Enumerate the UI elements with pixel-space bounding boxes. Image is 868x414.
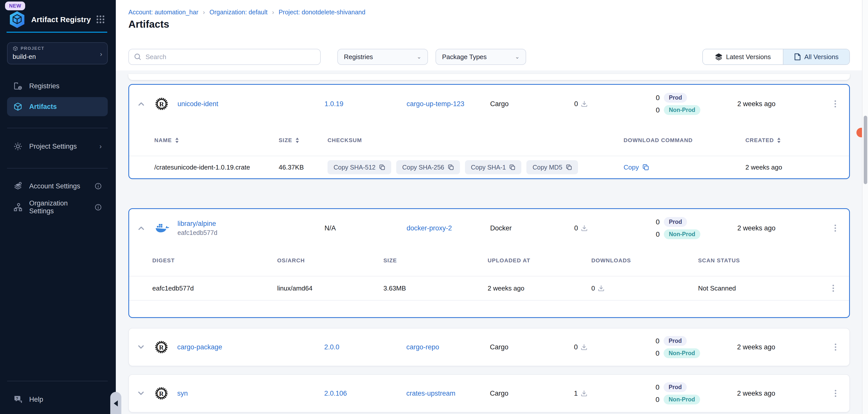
sort-icon[interactable]	[295, 138, 299, 143]
artifact-row[interactable]: R unicode-ident 1.0.19 cargo-up-temp-123…	[129, 85, 849, 123]
sort-icon[interactable]	[777, 138, 781, 143]
chevron-up-icon[interactable]	[135, 222, 147, 234]
os-arch: linux/amd64	[277, 284, 383, 292]
sidebar-item-registries[interactable]: Registries	[7, 76, 108, 96]
registries-dropdown-label: Registries	[344, 53, 373, 61]
breadcrumb-org-link[interactable]: Organization: default	[210, 8, 268, 16]
artifact-registry-app: NEW Artifact Registry	[0, 0, 868, 414]
sidebar-item-label: Registries	[29, 82, 59, 90]
prod-badge: Prod	[664, 93, 687, 103]
artifact-registry-link[interactable]: crates-upstream	[406, 390, 456, 397]
svg-text:R: R	[159, 390, 164, 398]
breadcrumb-account-link[interactable]: Account: automation_har	[128, 8, 198, 16]
prod-badge: Prod	[664, 217, 687, 227]
nonprod-badge: Non-Prod	[664, 230, 700, 239]
copy-download-command-button[interactable]: Copy	[624, 164, 649, 171]
chevron-right-icon: ›	[203, 9, 205, 16]
artifact-version-link[interactable]: 2.0.106	[324, 390, 347, 397]
brand-underline	[6, 32, 107, 33]
scrollbar-thumb[interactable]	[864, 116, 867, 184]
rust-logo-icon: R	[155, 387, 177, 400]
prod-count: 0	[656, 94, 660, 102]
row-menu-button[interactable]	[835, 389, 849, 398]
copy-sha256-button[interactable]: Copy SHA-256	[396, 160, 460, 174]
downloads-count: 0	[574, 100, 578, 108]
org-chart-icon	[13, 203, 23, 212]
downloads-count: 0	[574, 343, 578, 351]
artifact-card-library-alpine: library/alpine eafc1edb577d N/A docker-p…	[128, 208, 850, 318]
artifact-name-link[interactable]: unicode-ident	[178, 100, 218, 108]
artifact-digest-short: eafc1edb577d	[178, 229, 324, 236]
digest-row: eafc1edb577d linux/amd64 3.63MB 2 weeks …	[129, 276, 849, 301]
column-header-size[interactable]: SIZE	[279, 137, 292, 144]
digest-size: 3.63MB	[383, 284, 488, 292]
breadcrumb-project-link[interactable]: Project: donotdelete-shivanand	[279, 8, 366, 16]
sort-icon[interactable]	[175, 138, 179, 143]
scrollbar-track[interactable]	[862, 0, 868, 414]
column-header-name[interactable]: NAME	[154, 137, 172, 144]
artifact-registry-link[interactable]: cargo-up-temp-123	[407, 100, 464, 108]
artifact-name-link[interactable]: cargo-package	[177, 343, 222, 351]
row-menu-button[interactable]	[835, 223, 849, 233]
artifact-name-link[interactable]: syn	[177, 390, 188, 397]
artifact-registry-logo-icon	[8, 10, 26, 29]
prod-count: 0	[656, 218, 660, 226]
artifact-name-link[interactable]: library/alpine	[178, 220, 324, 228]
digest-link[interactable]: eafc1edb577d	[152, 284, 194, 292]
docker-logo-icon	[155, 222, 178, 234]
nonprod-badge: Non-Prod	[663, 394, 700, 405]
chevron-down-icon: ⌄	[515, 54, 520, 60]
apps-grid-icon[interactable]	[96, 15, 105, 24]
package-type: Docker	[490, 225, 574, 232]
artifact-version-link[interactable]: 2.0.0	[324, 343, 339, 351]
info-icon[interactable]	[95, 183, 102, 189]
search-icon	[134, 53, 142, 61]
column-header-scan-status: SCAN STATUS	[698, 257, 819, 264]
downloads-count: 0	[574, 225, 578, 232]
updated-time: 2 weeks ago	[737, 390, 814, 398]
chevron-down-icon[interactable]	[135, 387, 147, 400]
all-versions-button[interactable]: All Versions	[783, 49, 849, 64]
project-selector[interactable]: PROJECT build-en ›	[7, 42, 108, 64]
copy-icon	[448, 164, 454, 170]
artifact-row[interactable]: R cargo-package 2.0.0 cargo-repo Cargo 0	[129, 329, 849, 366]
search-input[interactable]	[146, 53, 315, 61]
row-menu-button[interactable]	[835, 342, 849, 352]
sidebar-item-account-settings[interactable]: Account Settings	[7, 177, 108, 196]
artifact-registry-link[interactable]: docker-proxy-2	[407, 225, 452, 232]
download-icon	[598, 285, 604, 291]
chevron-right-icon: ›	[100, 50, 102, 58]
artifact-row[interactable]: library/alpine eafc1edb577d N/A docker-p…	[129, 209, 849, 247]
info-icon[interactable]	[95, 204, 102, 211]
sidebar-item-project-settings[interactable]: Project Settings ›	[7, 137, 108, 156]
brand: Artifact Registry	[8, 10, 91, 29]
artifact-registry-link[interactable]: cargo-repo	[406, 343, 439, 351]
sidebar: NEW Artifact Registry	[0, 0, 116, 414]
registries-dropdown[interactable]: Registries ⌄	[337, 49, 428, 65]
copy-sha1-button[interactable]: Copy SHA-1	[465, 160, 522, 174]
copy-md5-button[interactable]: Copy MD5	[526, 160, 578, 174]
row-menu-button[interactable]	[833, 283, 849, 293]
artifact-row[interactable]: R syn 2.0.106 crates-upstream Cargo 1	[129, 375, 849, 412]
sidebar-item-label: Account Settings	[29, 182, 80, 190]
copy-sha512-button[interactable]: Copy SHA-512	[328, 160, 391, 174]
sidebar-item-help[interactable]: ? Help	[7, 390, 103, 409]
column-header-created[interactable]: CREATED	[745, 137, 774, 144]
artifacts-cube-icon	[13, 102, 23, 111]
sidebar-item-artifacts[interactable]: Artifacts	[7, 97, 108, 116]
row-menu-button[interactable]	[835, 99, 849, 109]
sidebar-item-organization-settings[interactable]: Organization Settings	[7, 198, 108, 217]
sidebar-collapse-handle[interactable]	[110, 392, 121, 414]
chevron-down-icon[interactable]	[135, 341, 147, 353]
artifact-version-link[interactable]: 1.0.19	[324, 100, 343, 108]
copy-icon	[566, 164, 572, 170]
updated-time: 2 weeks ago	[737, 343, 814, 351]
new-badge: NEW	[5, 1, 25, 10]
project-label: PROJECT	[21, 46, 44, 51]
versions-toggle: Latest Versions All Versions	[702, 49, 850, 65]
latest-versions-button[interactable]: Latest Versions	[703, 49, 783, 64]
package-type: Cargo	[490, 100, 574, 108]
package-types-dropdown[interactable]: Package Types ⌄	[435, 49, 526, 65]
prod-badge: Prod	[663, 382, 687, 392]
chevron-up-icon[interactable]	[135, 98, 147, 110]
